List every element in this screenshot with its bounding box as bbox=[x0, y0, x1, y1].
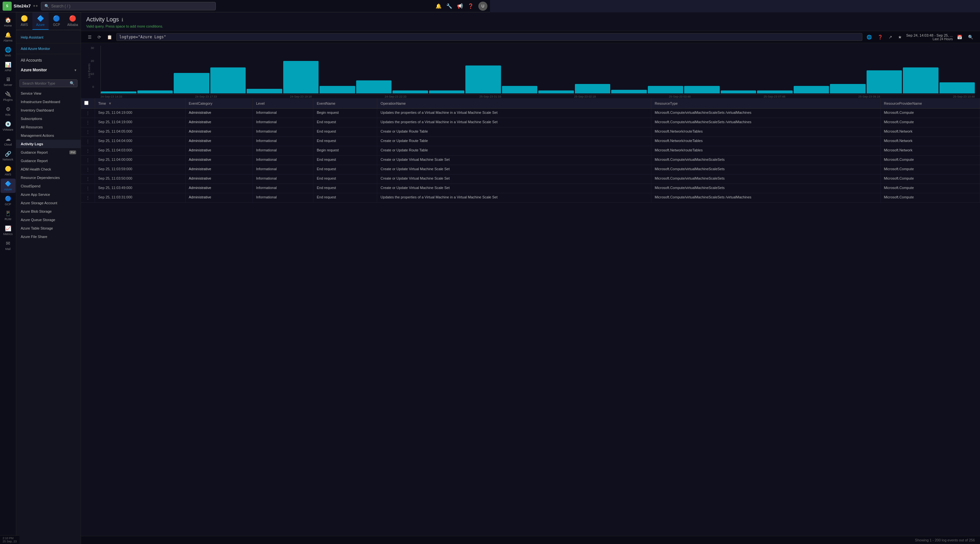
chart-bar[interactable] bbox=[320, 86, 355, 93]
search-monitor-input[interactable] bbox=[22, 81, 70, 85]
row-menu[interactable]: ⋮ bbox=[81, 165, 95, 174]
query-input[interactable] bbox=[116, 33, 490, 41]
row-menu-dots[interactable]: ⋮ bbox=[84, 129, 91, 134]
col-level[interactable]: Level bbox=[253, 98, 313, 108]
azure-monitor-section[interactable]: Azure Monitor ▾ bbox=[16, 65, 81, 75]
sidebar-item-management-actions[interactable]: Management Actions bbox=[16, 131, 81, 140]
col-event-category[interactable]: EventCategory bbox=[185, 98, 253, 108]
chart-bar[interactable] bbox=[137, 91, 173, 93]
table-row[interactable]: ⋮ Sep 25, 11:03:31:000 Administrative In… bbox=[81, 193, 490, 203]
sidebar-item-vmware[interactable]: 💿 VMware bbox=[1, 119, 16, 133]
row-menu[interactable]: ⋮ bbox=[81, 128, 95, 137]
row-menu-dots[interactable]: ⋮ bbox=[84, 148, 91, 153]
row-menu-dots[interactable]: ⋮ bbox=[84, 139, 91, 144]
sidebar-item-all-resources[interactable]: All Resources bbox=[16, 123, 81, 131]
sidebar-item-subscriptions[interactable]: Subscriptions bbox=[16, 115, 81, 123]
row-menu-dots[interactable]: ⋮ bbox=[84, 186, 91, 191]
add-azure-monitor-item[interactable]: Add Azure Monitor bbox=[16, 45, 81, 53]
row-menu[interactable]: ⋮ bbox=[81, 193, 95, 203]
row-menu-dots[interactable]: ⋮ bbox=[84, 158, 91, 163]
chart-bar[interactable] bbox=[210, 67, 246, 93]
sidebar-item-azure[interactable]: 🔷 Azure bbox=[1, 179, 16, 193]
chart-bar[interactable] bbox=[247, 89, 282, 93]
sidebar-item-plugins[interactable]: 🔌 Plugins bbox=[1, 89, 16, 104]
table-row[interactable]: ⋮ Sep 25, 11:03:49:000 Administrative In… bbox=[81, 184, 490, 193]
chart-bar[interactable] bbox=[283, 61, 319, 93]
sidebar-item-aws[interactable]: 🟡 AWS bbox=[1, 164, 16, 178]
chart-bar[interactable] bbox=[174, 73, 209, 93]
sidebar-item-metrics[interactable]: 📈 Metrics bbox=[1, 223, 16, 238]
notifications-icon[interactable]: 🔔 bbox=[436, 3, 442, 9]
global-search-bar[interactable]: 🔍 bbox=[41, 2, 216, 10]
row-menu[interactable]: ⋮ bbox=[81, 108, 95, 118]
sidebar-item-resource-dependencies[interactable]: Resource Dependencies bbox=[16, 174, 81, 182]
col-event-name[interactable]: EventName bbox=[313, 98, 377, 108]
cloud-tab-azure[interactable]: 🔷 Azure bbox=[32, 12, 49, 30]
row-menu-dots[interactable]: ⋮ bbox=[84, 195, 91, 200]
select-all-checkbox[interactable] bbox=[84, 101, 89, 105]
global-search-input[interactable] bbox=[51, 4, 212, 8]
sidebar-item-activity-logs[interactable]: Activity Logs bbox=[16, 140, 81, 148]
info-icon[interactable]: ℹ bbox=[121, 17, 123, 22]
chart-bar[interactable] bbox=[429, 91, 465, 93]
row-menu[interactable]: ⋮ bbox=[81, 156, 95, 165]
row-menu[interactable]: ⋮ bbox=[81, 174, 95, 184]
all-accounts-item[interactable]: All Accounts bbox=[16, 56, 81, 65]
table-row[interactable]: ⋮ Sep 25, 11:04:05:000 Administrative In… bbox=[81, 128, 490, 137]
row-menu[interactable]: ⋮ bbox=[81, 184, 95, 193]
cloud-tab-gcp[interactable]: 🔵 GCP bbox=[49, 12, 65, 30]
copy-button[interactable]: 📋 bbox=[105, 34, 114, 40]
help-icon[interactable]: ❓ bbox=[468, 3, 474, 9]
chart-bar[interactable] bbox=[393, 91, 428, 93]
table-row[interactable]: ⋮ Sep 25, 11:04:19:000 Administrative In… bbox=[81, 108, 490, 118]
sidebar-item-inventory-dashboard[interactable]: Inventory Dashboard bbox=[16, 106, 81, 115]
sidebar-item-infrastructure-dashboard[interactable]: Infrastructure Dashboard bbox=[16, 97, 81, 106]
sidebar-item-guidance-report-pvt[interactable]: Guidance Report Pvt bbox=[16, 148, 81, 156]
row-menu[interactable]: ⋮ bbox=[81, 146, 95, 156]
sidebar-item-guidance-report[interactable]: Guidance Report bbox=[16, 156, 81, 165]
row-menu-dots[interactable]: ⋮ bbox=[84, 176, 91, 182]
sidebar-item-azure-table-storage[interactable]: Azure Table Storage bbox=[16, 224, 81, 233]
sidebar-item-adm-health-check[interactable]: ADM Health Check bbox=[16, 165, 81, 174]
table-row[interactable]: ⋮ Sep 25, 11:04:03:000 Administrative In… bbox=[81, 146, 490, 156]
chart-bar[interactable] bbox=[356, 80, 392, 93]
sidebar-item-network[interactable]: 🔗 Network bbox=[1, 149, 16, 163]
table-row[interactable]: ⋮ Sep 25, 11:03:50:000 Administrative In… bbox=[81, 174, 490, 184]
sidebar-item-apm[interactable]: 📊 APM bbox=[1, 60, 16, 74]
sidebar-item-cloudspend[interactable]: CloudSpend bbox=[16, 182, 81, 190]
sidebar-item-rum[interactable]: 📱 RUM bbox=[1, 209, 16, 223]
sidebar-item-server[interactable]: 🖥 Server bbox=[1, 75, 16, 88]
refresh-button[interactable]: ⟳ bbox=[96, 34, 103, 40]
table-view-button[interactable]: ☰ bbox=[86, 34, 93, 40]
sidebar-item-mail[interactable]: ✉ Mail bbox=[1, 238, 16, 252]
table-row[interactable]: ⋮ Sep 25, 11:04:04:000 Administrative In… bbox=[81, 137, 490, 146]
row-menu[interactable]: ⋮ bbox=[81, 137, 95, 146]
col-time[interactable]: Time ▼ bbox=[95, 98, 186, 108]
row-menu-dots[interactable]: ⋮ bbox=[84, 120, 91, 125]
chart-bar[interactable] bbox=[101, 91, 137, 93]
cloud-tab-aws[interactable]: 🟡 AWS bbox=[16, 12, 32, 30]
table-row[interactable]: ⋮ Sep 25, 11:04:19:000 Administrative In… bbox=[81, 118, 490, 128]
chart-bar[interactable] bbox=[465, 65, 490, 93]
user-avatar[interactable]: U bbox=[478, 2, 487, 11]
announcements-icon[interactable]: 📢 bbox=[457, 3, 463, 9]
sidebar-item-azure-blob-storage[interactable]: Azure Blob Storage bbox=[16, 207, 81, 215]
sidebar-item-azure-file-share[interactable]: Azure File Share bbox=[16, 233, 81, 241]
settings-icon[interactable]: 🔧 bbox=[446, 3, 452, 9]
col-operation-name[interactable]: OperationName bbox=[377, 98, 490, 108]
sidebar-item-web[interactable]: 🌐 Web bbox=[1, 45, 16, 59]
table-row[interactable]: ⋮ Sep 25, 11:03:59:000 Administrative In… bbox=[81, 165, 490, 174]
sidebar-item-cloud[interactable]: ☁ Cloud bbox=[1, 134, 16, 148]
sidebar-item-azure-app-service[interactable]: Azure App Service bbox=[16, 190, 81, 199]
row-menu-dots[interactable]: ⋮ bbox=[84, 110, 91, 116]
row-menu-dots[interactable]: ⋮ bbox=[84, 167, 91, 172]
sidebar-item-gcp[interactable]: 🔵 GCP bbox=[1, 193, 16, 208]
search-monitor-bar[interactable]: 🔍 bbox=[19, 80, 78, 87]
row-menu[interactable]: ⋮ bbox=[81, 118, 95, 128]
sidebar-item-alarms[interactable]: 🔔 Alarms bbox=[1, 30, 16, 44]
sidebar-item-azure-storage-account[interactable]: Azure Storage Account bbox=[16, 199, 81, 207]
help-assistant-item[interactable]: Help Assistant bbox=[16, 33, 81, 42]
sidebar-item-azure-queue-storage[interactable]: Azure Queue Storage bbox=[16, 215, 81, 224]
cloud-tab-alibaba[interactable]: 🔴 Alibaba bbox=[65, 12, 81, 30]
table-row[interactable]: ⋮ Sep 25, 11:04:00:000 Administrative In… bbox=[81, 156, 490, 165]
